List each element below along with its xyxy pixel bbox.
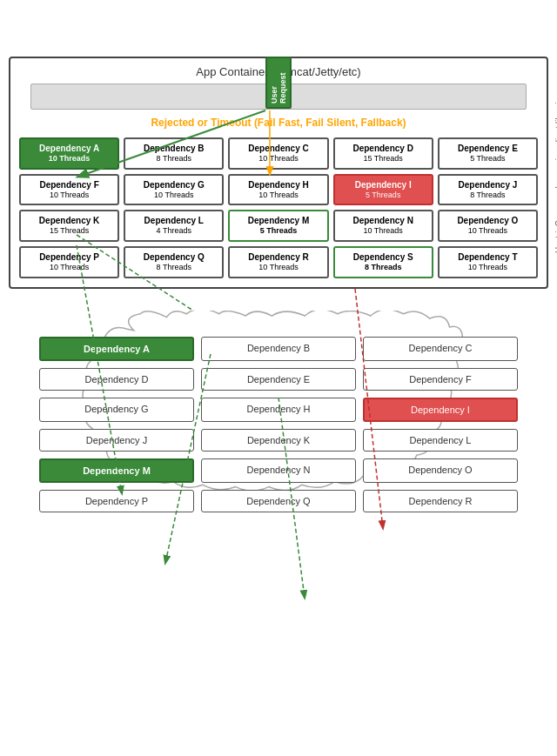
dep-box-p: Dependency P10 Threads [19, 246, 119, 278]
dep-box-d: Dependency D15 Threads [333, 137, 433, 170]
dep-grid: Dependency A10 ThreadsDependency B8 Thre… [17, 136, 540, 280]
cloud-dep-box-o: Dependency O [363, 458, 518, 483]
cloud-dep-box-r: Dependency R [363, 490, 518, 512]
cloud-dep-box-b: Dependency B [201, 337, 356, 361]
cloud-dep-box-c: Dependency C [363, 337, 518, 361]
cloud-content: Dependency ADependency BDependency CDepe… [9, 311, 548, 534]
top-section: User Request App Container (Tomcat/Jetty… [9, 57, 548, 289]
cloud-dep-box-h: Dependency H [201, 398, 356, 422]
user-request-box: User Request [265, 57, 292, 109]
dep-box-e: Dependency E5 Threads [438, 137, 538, 170]
dep-box-r: Dependency R10 Threads [228, 246, 328, 278]
dep-box-l: Dependency L4 Threads [124, 210, 224, 242]
dep-box-i: Dependency I5 Threads [333, 174, 433, 206]
cloud-dep-box-p: Dependency P [39, 490, 194, 512]
dep-box-n: Dependency N10 Threads [333, 210, 433, 242]
cloud-dep-grid: Dependency ADependency BDependency CDepe… [30, 332, 527, 517]
dep-box-k: Dependency K15 Threads [19, 210, 119, 242]
dep-box-f: Dependency F10 Threads [19, 174, 119, 206]
dep-box-b: Dependency B8 Threads [124, 137, 224, 170]
cloud-dep-box-g: Dependency G [39, 398, 194, 422]
dep-box-m: Dependency M5 Threads [228, 210, 328, 242]
dep-box-o: Dependency O10 Threads [438, 210, 538, 242]
cloud-dep-box-e: Dependency E [201, 368, 356, 391]
page-root: User Request App Container (Tomcat/Jetty… [0, 57, 557, 534]
cloud-dep-box-n: Dependency N [201, 458, 356, 483]
cloud-dep-box-l: Dependency L [363, 429, 518, 452]
dep-box-c: Dependency C10 Threads [228, 137, 328, 170]
cloud-dep-box-f: Dependency F [363, 368, 518, 391]
dep-box-j: Dependency J8 Threads [438, 174, 538, 206]
cloud-dep-box-j: Dependency J [39, 429, 194, 452]
dep-box-q: Dependency Q8 Threads [124, 246, 224, 278]
cloud-dep-box-i: Dependency I [363, 398, 518, 422]
dep-box-h: Dependency H10 Threads [228, 174, 328, 206]
cloud-dep-box-q: Dependency Q [201, 490, 356, 512]
cloud-dep-box-k: Dependency K [201, 429, 356, 452]
dep-box-t: Dependency T10 Threads [438, 246, 538, 278]
rejected-label: Rejected or Timeout (Fail Fast, Fail Sil… [17, 117, 540, 129]
dep-box-s: Dependency S8 Threads [333, 246, 433, 278]
cloud-section: Dependency ADependency BDependency CDepe… [9, 311, 548, 534]
cloud-dep-box-a: Dependency A [39, 337, 194, 361]
cloud-dep-box-m: Dependency M [39, 458, 194, 483]
dep-box-a: Dependency A10 Threads [19, 137, 119, 170]
dep-box-g: Dependency G10 Threads [124, 174, 224, 206]
cloud-dep-box-d: Dependency D [39, 368, 194, 391]
